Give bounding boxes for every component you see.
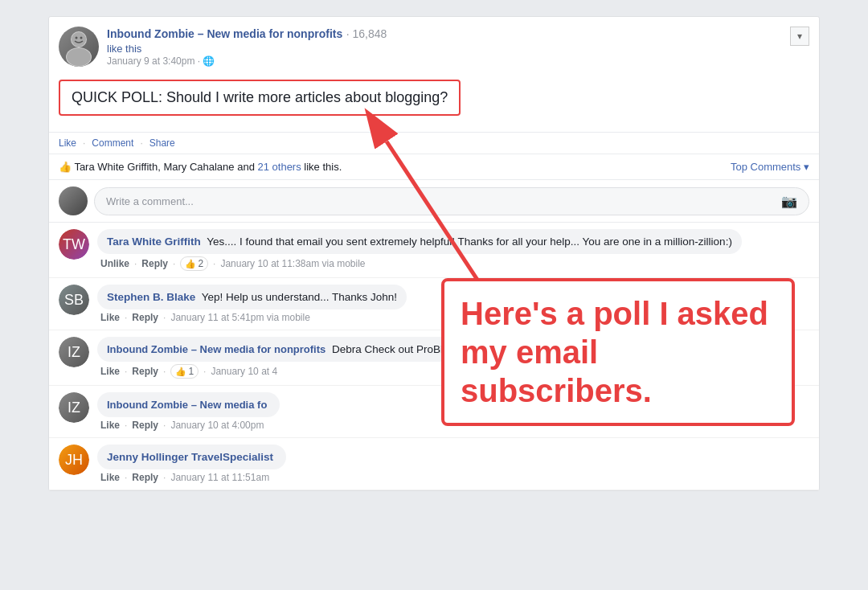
likes-bar: 👍 Tara White Griffith, Mary Cahalane and… (49, 154, 819, 180)
comment-bubble: Stephen B. Blake Yep! Help us understand… (97, 285, 407, 309)
comment-timestamp: January 10 at 4:00pm (170, 420, 264, 431)
annotation-text: Here's a poll I askedmy email subscriber… (461, 294, 776, 410)
comment-action[interactable]: Comment (92, 137, 133, 149)
globe-icon: 🌐 (203, 55, 215, 67)
commenter-avatar: IZ (59, 337, 89, 367)
top-comments-button[interactable]: Top Comments ▾ (731, 161, 809, 173)
like-count: 👍 2 (180, 256, 208, 271)
post-header: Inbound Zombie – New media for nonprofit… (49, 17, 819, 73)
comment-placeholder: Write a comment... (106, 195, 194, 207)
post-timestamp: January 9 at 3:40pm · 🌐 (107, 55, 387, 67)
commenter-avatar: TW (59, 229, 89, 260)
avatar (59, 27, 99, 67)
commenter-avatar: IZ (59, 392, 89, 423)
post-header-left: Inbound Zombie – New media for nonprofit… (59, 27, 387, 67)
comment-bubble: Jenny Hollinger TravelSpecialist (97, 445, 286, 469)
comment-item: TW Tara White Griffith Yes.... I found t… (49, 223, 819, 278)
commenter-avatar: SB (59, 285, 89, 315)
like-link[interactable]: Like (100, 366, 120, 377)
comment-meta: Like · Reply · January 11 at 11:51am (97, 472, 809, 483)
svg-point-3 (67, 48, 91, 66)
like-count: 👍 1 (170, 364, 199, 379)
commenter-name[interactable]: Inbound Zombie – New media fo (107, 399, 267, 411)
comment-text: Yes.... I found that email you sent extr… (207, 236, 732, 248)
comment-timestamp: January 10 at 11:38am via mobile (220, 258, 365, 269)
annotation-box: Here's a poll I askedmy email subscriber… (441, 278, 795, 426)
camera-icon: 📷 (781, 194, 797, 209)
svg-point-4 (76, 37, 78, 39)
likes-count: · 16,848 (346, 27, 387, 40)
dropdown-button[interactable]: ▾ (790, 27, 809, 46)
like-link[interactable]: Like (100, 312, 120, 323)
like-action[interactable]: Like (59, 137, 76, 149)
comment-text: Yep! Help us understand... Thanks John! (202, 291, 397, 303)
commenter-avatar-image: SB (59, 285, 89, 315)
comment-body: Tara White Griffith Yes.... I found that… (97, 229, 809, 271)
comment-bubble: Tara White Griffith Yes.... I found that… (97, 229, 742, 254)
like-this-line: like this (107, 41, 387, 55)
commenter-name[interactable]: Stephen B. Blake (107, 291, 195, 303)
commenter-avatar-image: IZ (59, 392, 89, 423)
reply-link[interactable]: Reply (132, 312, 158, 323)
commenter-avatar-image: TW (59, 229, 89, 260)
svg-point-5 (80, 37, 83, 39)
reply-link[interactable]: Reply (141, 258, 168, 269)
poll-question: QUICK POLL: Should I write more articles… (59, 80, 461, 116)
commenter-name[interactable]: Inbound Zombie – New media for nonprofit… (107, 343, 326, 355)
post-actions: Like · Comment · Share (49, 132, 819, 154)
others-link[interactable]: 21 others (258, 161, 301, 173)
commenter-avatar-image: JH (59, 445, 89, 475)
like-link[interactable]: Like (100, 420, 120, 431)
share-action[interactable]: Share (149, 137, 175, 149)
page-name-line: Inbound Zombie – New media for nonprofit… (107, 27, 387, 41)
post-content: QUICK POLL: Should I write more articles… (49, 73, 819, 132)
likers-text: 👍 Tara White Griffith, Mary Cahalane and… (59, 161, 342, 173)
commenter-avatar: JH (59, 445, 89, 475)
likes-text: 👍 Tara White Griffith, Mary Cahalane and… (59, 161, 342, 173)
post-meta: Inbound Zombie – New media for nonprofit… (107, 27, 387, 67)
facebook-post: Inbound Zombie – New media for nonprofit… (48, 16, 820, 491)
unlike-link[interactable]: Unlike (100, 258, 129, 269)
commenter-name[interactable]: Tara White Griffith (107, 236, 201, 248)
avatar-image (59, 27, 99, 67)
reply-link[interactable]: Reply (132, 472, 158, 483)
commenter-name[interactable]: Jenny Hollinger TravelSpecialist (107, 451, 273, 463)
comment-timestamp: January 10 at 4 (211, 366, 277, 377)
comment-meta: Unlike · Reply · 👍 2 · January 10 at 11:… (97, 256, 809, 271)
reply-link[interactable]: Reply (132, 420, 158, 431)
page-name[interactable]: Inbound Zombie – New media for nonprofit… (107, 27, 342, 40)
comment-body: Jenny Hollinger TravelSpecialist Like · … (97, 445, 809, 483)
like-this-text: like this (107, 43, 141, 55)
reply-link[interactable]: Reply (132, 366, 158, 377)
commenter-avatar-image: IZ (59, 337, 89, 367)
comment-input-row: Write a comment... 📷 (49, 180, 819, 223)
comment-input[interactable]: Write a comment... 📷 (94, 187, 809, 215)
user-avatar-small (59, 186, 88, 215)
svg-point-2 (72, 32, 86, 47)
like-link[interactable]: Like (100, 472, 120, 483)
comment-timestamp: January 11 at 5:41pm via mobile (170, 312, 309, 323)
comment-item: JH Jenny Hollinger TravelSpecialist Like… (49, 438, 819, 490)
comment-bubble: Inbound Zombie – New media fo (97, 392, 280, 417)
comment-timestamp: January 11 at 11:51am (170, 472, 269, 483)
